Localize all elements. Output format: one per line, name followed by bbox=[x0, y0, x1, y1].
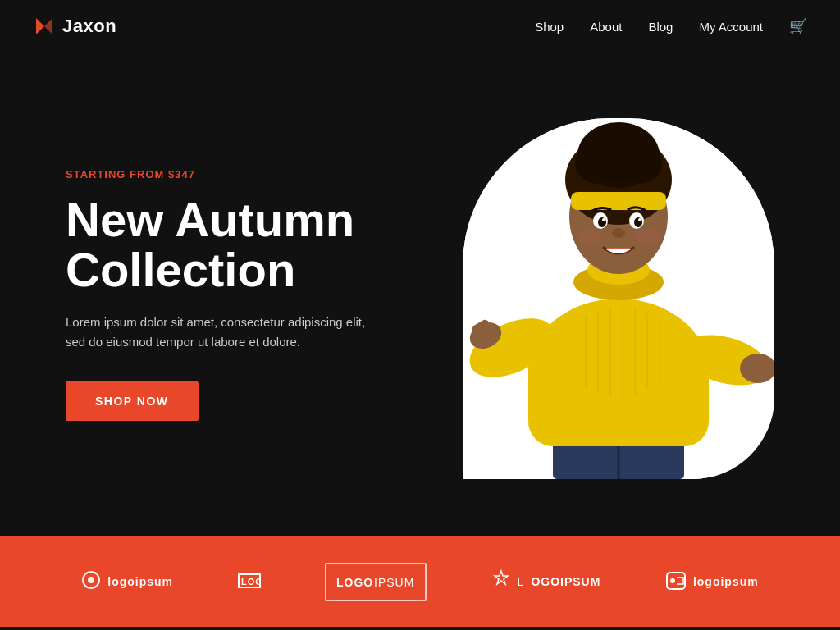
svg-text:LOGO: LOGO bbox=[241, 577, 261, 587]
starting-from-label: STARTING FROM $347 bbox=[66, 168, 377, 180]
hero-title: New AutumnCollection bbox=[66, 195, 377, 295]
svg-point-30 bbox=[635, 229, 660, 245]
brand-name: Jaxon bbox=[62, 16, 116, 37]
svg-marker-1 bbox=[44, 18, 52, 34]
brand-2-icon: LOGO bbox=[238, 573, 261, 591]
brand-1-text: logoipsum bbox=[107, 575, 173, 588]
svg-point-26 bbox=[602, 218, 605, 221]
hero-image-area bbox=[446, 102, 774, 487]
svg-point-39 bbox=[88, 577, 94, 583]
model-illustration bbox=[463, 118, 774, 479]
brand-logo-1: logoipsum bbox=[81, 570, 173, 594]
hero-section: STARTING FROM $347 New AutumnCollection … bbox=[0, 52, 840, 536]
svg-rect-44 bbox=[667, 573, 685, 589]
hero-image-background bbox=[463, 118, 774, 479]
hero-text-area: STARTING FROM $347 New AutumnCollection … bbox=[66, 168, 377, 422]
svg-rect-21 bbox=[571, 192, 666, 210]
cart-icon[interactable]: 🛒 bbox=[789, 17, 807, 35]
brand-4-text: L bbox=[518, 575, 525, 588]
svg-point-45 bbox=[670, 578, 675, 583]
brand-3-content: LOGO IPSUM bbox=[335, 569, 417, 595]
nav-my-account[interactable]: My Account bbox=[699, 20, 763, 34]
brand-1-icon bbox=[81, 570, 101, 594]
brand-4-icon bbox=[491, 569, 511, 595]
svg-text:LOGO: LOGO bbox=[336, 576, 373, 589]
brand-logo-3: LOGO IPSUM bbox=[325, 563, 427, 601]
header: Jaxon Shop About Blog My Account 🛒 bbox=[0, 0, 840, 52]
main-nav: Shop About Blog My Account 🛒 bbox=[535, 17, 807, 35]
svg-point-27 bbox=[638, 218, 641, 221]
svg-point-29 bbox=[578, 229, 602, 245]
brand-4-text2: OGOIPSUM bbox=[531, 575, 600, 588]
logo-area[interactable]: Jaxon bbox=[33, 15, 116, 38]
svg-text:IPSUM: IPSUM bbox=[374, 576, 414, 589]
brand-bar: logoipsum LOGO LOGO IPSUM L OGOIPSUM bbox=[0, 536, 840, 627]
svg-marker-0 bbox=[36, 18, 44, 34]
svg-point-11 bbox=[740, 354, 774, 383]
svg-point-20 bbox=[590, 126, 647, 176]
brand-logo-4: L OGOIPSUM bbox=[491, 569, 601, 595]
brand-5-text: logoipsum bbox=[693, 575, 759, 588]
brand-logo-icon bbox=[33, 15, 56, 38]
nav-blog[interactable]: Blog bbox=[648, 20, 673, 34]
hero-description: Lorem ipsum dolor sit amet, consectetur … bbox=[66, 313, 377, 352]
brand-logo-5: logoipsum bbox=[665, 571, 759, 593]
nav-about[interactable]: About bbox=[590, 20, 622, 34]
svg-point-28 bbox=[612, 228, 625, 238]
brand-5-icon bbox=[665, 571, 687, 593]
nav-shop[interactable]: Shop bbox=[535, 20, 564, 34]
brand-logo-2: LOGO bbox=[238, 573, 261, 591]
shop-now-button[interactable]: SHOP NOW bbox=[66, 381, 199, 421]
